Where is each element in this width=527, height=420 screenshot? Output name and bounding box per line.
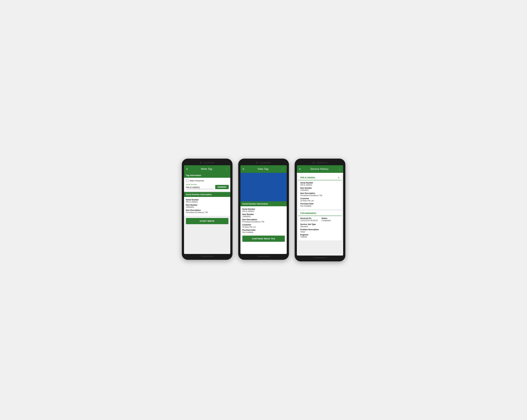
phone-home-bar-1 bbox=[201, 256, 213, 257]
status-label: Status bbox=[322, 217, 340, 219]
make-readonly-label: Make Readonly bbox=[190, 180, 204, 182]
menu-icon-3[interactable]: ≡ bbox=[299, 167, 301, 171]
id-label-2: Item Description bbox=[242, 218, 285, 221]
serial-number-label: Serial Number bbox=[186, 183, 214, 185]
tag-info-body: Make Readonly Serial Number 23000001 bbox=[184, 178, 230, 191]
customer-label-2: Customer bbox=[242, 224, 285, 226]
start-write-button[interactable]: START WRITE bbox=[186, 218, 228, 224]
phone-home-bar-3 bbox=[314, 258, 326, 258]
job-type-row: Service Job Type Standard bbox=[300, 223, 340, 228]
in-row-3: Item Number 23000001 bbox=[300, 187, 340, 192]
in-row-2: Item Number 23000001 bbox=[242, 213, 285, 218]
service-record-header: FSF2400048SG bbox=[298, 211, 341, 216]
id-row-2: Item Description Primelase-Excellence 75… bbox=[242, 218, 285, 224]
sn-value-3: PRI-E-000001 bbox=[300, 184, 340, 186]
phone-bottom-bar-2 bbox=[241, 254, 287, 258]
problem-desc-value: Okay! bbox=[300, 231, 340, 233]
phone-screen-1: ≡ Write Tag ⋮ Tag Information Make Reado… bbox=[184, 165, 230, 254]
menu-icon-2[interactable]: ≡ bbox=[243, 167, 244, 171]
serial-info-body-2: Serial Number PRI-E-000001 Item Number 2… bbox=[241, 206, 287, 236]
sn-row-1: Serial Number PRI-E-000001 bbox=[186, 198, 228, 204]
pd-value-2: Not Available bbox=[242, 231, 285, 233]
service-history-body: PRI-E-000001 ∧ Serial Number PRI-E-00000… bbox=[297, 174, 343, 256]
serviced-on-col: Serviced On 21/02/2024 09:39:25 bbox=[300, 217, 318, 222]
more-icon-3[interactable]: ⋮ bbox=[338, 167, 341, 171]
item-number-btn[interactable]: 23000001 bbox=[215, 185, 229, 189]
serviced-on-value: 21/02/2024 09:39:25 bbox=[300, 219, 318, 222]
make-readonly-row: Make Readonly bbox=[186, 179, 228, 182]
sn-label-3: Serial Number bbox=[300, 182, 340, 184]
nfc-scan-area bbox=[241, 173, 287, 201]
header-title-1: Write Tag bbox=[189, 167, 223, 171]
more-icon-1[interactable]: ⋮ bbox=[225, 167, 228, 171]
status-value: Completed bbox=[322, 219, 340, 222]
device-history-card: PRI-E-000001 ∧ Serial Number PRI-E-00000… bbox=[298, 174, 341, 209]
make-readonly-checkbox[interactable] bbox=[186, 179, 188, 182]
service-cols: Serviced On 21/02/2024 09:39:25 Status C… bbox=[300, 217, 340, 222]
app-header-1: ≡ Write Tag ⋮ bbox=[184, 165, 230, 173]
device-card-body: Serial Number PRI-E-000001 Item Number 2… bbox=[298, 180, 341, 209]
id-value-2: Primelase-Excellence 755 bbox=[242, 221, 285, 223]
device-card-header[interactable]: PRI-E-000001 ∧ bbox=[298, 174, 341, 180]
sn-row-2: Serial Number PRI-E-000001 bbox=[242, 208, 285, 213]
phone-bottom-bar-1 bbox=[184, 254, 230, 258]
serial-info-header-2: Serial Number Information bbox=[241, 201, 287, 206]
more-icon-2[interactable]: ⋮ bbox=[282, 167, 285, 171]
phone-camera-1 bbox=[200, 162, 202, 164]
phone-speaker-3 bbox=[316, 162, 328, 163]
serial-info-body: Serial Number PRI-E-000001 Item Number 2… bbox=[184, 197, 230, 216]
job-type-value: Standard bbox=[300, 226, 340, 228]
header-title-2: View Tag bbox=[246, 167, 280, 171]
in-value-2: 23000001 bbox=[242, 215, 285, 218]
phone-speaker-2 bbox=[260, 162, 271, 163]
write-tag-screen: Tag Information Make Readonly Serial Num… bbox=[184, 173, 230, 254]
in-value-1: 23000001 bbox=[186, 206, 228, 208]
pd-row-3: Purchase Date Not Available bbox=[300, 203, 340, 208]
phones-container: ≡ Write Tag ⋮ Tag Information Make Reado… bbox=[182, 159, 345, 261]
phone-camera-3 bbox=[313, 162, 314, 164]
menu-icon-1[interactable]: ≡ bbox=[186, 167, 188, 171]
phone-view-tag: ≡ View Tag ⋮ Serial Number Information S… bbox=[238, 159, 289, 260]
in-value-3: 23000001 bbox=[300, 189, 340, 191]
engineer-row: Engineer YHENG bbox=[300, 234, 340, 239]
id-value-1: Primelase-Excellence 755 bbox=[186, 211, 228, 214]
id-label-1: Item Description bbox=[186, 209, 228, 211]
id-value-3: Primelase-Excellence 755 bbox=[300, 194, 340, 197]
customer-value-3: SA Bots Pte Ltd bbox=[300, 200, 340, 202]
phone-screen-3: ≡ Service History ⋮ PRI-E-000001 ∧ Seria… bbox=[297, 165, 343, 256]
service-record-id: FSF2400048SG bbox=[300, 212, 316, 215]
sn-value-1: PRI-E-000001 bbox=[186, 201, 228, 203]
pd-row-2: Purchase Date Not Available bbox=[242, 229, 285, 234]
in-label-2: Item Number bbox=[242, 213, 285, 215]
customer-value-2: SA Bots Pte Ltd bbox=[242, 226, 285, 228]
id-row-1: Item Description Primelase-Excellence 75… bbox=[186, 209, 228, 214]
serial-number-input[interactable] bbox=[186, 186, 214, 189]
pd-value-3: Not Available bbox=[300, 205, 340, 207]
phone-write-tag: ≡ Write Tag ⋮ Tag Information Make Reado… bbox=[182, 159, 232, 260]
sn-value-2: PRI-E-000001 bbox=[242, 210, 285, 213]
sn-label-1: Serial Number bbox=[186, 199, 228, 201]
id-row-3: Item Description Primelase-Excellence 75… bbox=[300, 192, 340, 197]
phone-top-bar-3 bbox=[297, 161, 343, 165]
device-card-id: PRI-E-000001 bbox=[300, 176, 315, 179]
serial-number-field-group: Serial Number bbox=[186, 183, 214, 189]
serial-item-row: Serial Number 23000001 bbox=[186, 183, 228, 189]
header-title-3: Service History bbox=[302, 167, 336, 171]
problem-desc-label: Problem Description bbox=[300, 228, 340, 231]
problem-desc-row: Problem Description Okay! bbox=[300, 228, 340, 234]
phone-bottom-bar-3 bbox=[297, 256, 343, 259]
phone-speaker-1 bbox=[204, 162, 215, 163]
phone-home-bar-2 bbox=[257, 256, 270, 257]
job-type-label: Service Job Type bbox=[300, 223, 340, 226]
customer-row-2: Customer SA Bots Pte Ltd bbox=[242, 224, 285, 229]
engineer-value: YHENG bbox=[300, 236, 340, 238]
continue-read-tag-button[interactable]: CONTINUE READ TAG bbox=[242, 236, 285, 242]
phone-top-bar-2 bbox=[241, 161, 287, 165]
chevron-up-icon: ∧ bbox=[338, 176, 340, 179]
engineer-label: Engineer bbox=[300, 234, 340, 236]
tag-info-header: Tag Information bbox=[184, 173, 230, 178]
customer-row-3: Customer SA Bots Pte Ltd bbox=[300, 197, 340, 203]
section-gap-1 bbox=[184, 191, 230, 192]
pd-label-3: Purchase Date bbox=[300, 203, 340, 205]
service-record-card: FSF2400048SG Serviced On 21/02/2024 09:3… bbox=[298, 211, 341, 240]
